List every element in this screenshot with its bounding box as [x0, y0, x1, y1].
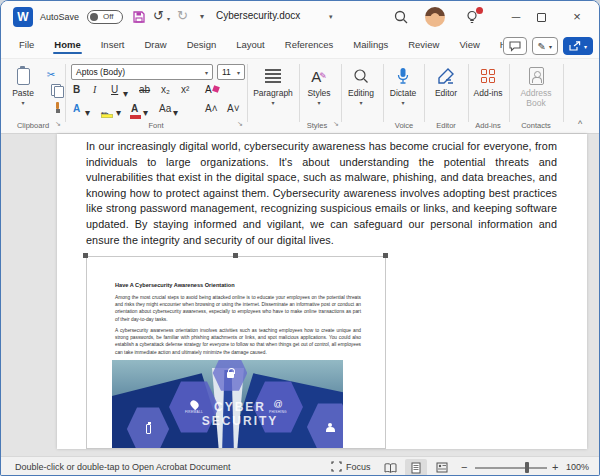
styles-dialog-launcher[interactable]: ↘	[333, 120, 339, 128]
paragraph-dropdown-icon[interactable]: ▾	[271, 99, 274, 106]
print-layout-icon	[411, 462, 421, 474]
selection-handle-top-left[interactable]	[83, 253, 88, 258]
styles-icon: A✎	[311, 64, 327, 88]
share-button[interactable]: ▾	[563, 37, 593, 55]
word-window: W AutoSave Off ↺ ▾ ↻ ▾ Cybersecurity.doc…	[0, 0, 600, 476]
selection-handle-top-right[interactable]	[383, 253, 388, 258]
undo-icon[interactable]: ↺	[153, 8, 164, 23]
dictate-button[interactable]: Dictate ▾	[382, 64, 424, 106]
minimize-button[interactable]: ─	[506, 7, 526, 27]
italic-button[interactable]: I	[93, 84, 96, 95]
close-button[interactable]: ×	[567, 7, 587, 27]
font-dialog-launcher[interactable]: ↘	[237, 120, 243, 128]
zoom-slider-track[interactable]	[475, 467, 547, 469]
font-size-dropdown-icon[interactable]: ▾	[237, 69, 240, 76]
tab-references[interactable]: References	[275, 35, 344, 56]
editor-pen-icon	[437, 64, 455, 88]
zoom-slider-thumb[interactable]	[525, 462, 529, 473]
styles-group-button[interactable]: A✎ Styles ▾	[298, 64, 340, 106]
embedded-acrobat-object[interactable]: Have A Cybersecurity Awareness Orientati…	[86, 256, 386, 449]
styles-dropdown-icon[interactable]: ▾	[317, 99, 320, 106]
pen-dropdown-icon[interactable]: ▾	[549, 43, 552, 50]
undo-dropdown-icon[interactable]: ▾	[167, 15, 170, 22]
print-layout-button[interactable]	[405, 459, 427, 476]
document-title[interactable]: Cybersecurity.docx	[216, 10, 300, 21]
document-page[interactable]: In our increasingly digital world, cyber…	[57, 134, 587, 449]
font-name-select[interactable]: Aptos (Body) ▾	[71, 64, 213, 80]
font-name-dropdown-icon[interactable]: ▾	[205, 69, 208, 76]
search-icon[interactable]	[393, 9, 411, 27]
dictate-dropdown-icon[interactable]: ▾	[401, 99, 404, 106]
bold-button[interactable]: B	[73, 84, 80, 95]
drawing-pen-button[interactable]: ✎▾	[532, 37, 558, 55]
copy-icon[interactable]	[43, 84, 59, 99]
read-mode-button[interactable]	[379, 459, 401, 476]
cut-icon[interactable]: ✂	[43, 67, 59, 82]
editing-dropdown-icon[interactable]: ▾	[359, 99, 362, 106]
share-dropdown-icon[interactable]: ▾	[584, 43, 587, 50]
subscript-button[interactable]: x₂	[161, 84, 170, 95]
tab-design[interactable]: Design	[177, 35, 227, 56]
address-book-button: Address Book	[513, 64, 559, 108]
text-effects-dropdown-icon[interactable]: ▾	[85, 107, 90, 118]
paragraph-group-button[interactable]: Paragraph ▾	[250, 64, 296, 106]
underline-dropdown-icon[interactable]: ▾	[123, 88, 128, 99]
tab-file[interactable]: File	[9, 35, 44, 56]
paste-button[interactable]: Paste ▾	[5, 64, 41, 106]
tab-home[interactable]: Home	[44, 35, 90, 56]
autosave-state: Off	[103, 12, 114, 21]
selection-handle-top-center[interactable]	[233, 253, 238, 258]
addins-label: Add-ins	[474, 88, 503, 98]
zoom-in-button[interactable]: +	[552, 461, 558, 473]
autosave-toggle[interactable]: Off	[87, 10, 123, 24]
title-chevron-icon[interactable]: ▾	[329, 13, 333, 21]
highlight-button[interactable]: ✏	[101, 103, 109, 121]
superscript-button[interactable]: x²	[181, 84, 189, 95]
focus-button[interactable]: Focus	[331, 461, 371, 472]
editing-label: Editing	[348, 88, 374, 98]
collapse-ribbon-icon[interactable]: ^	[578, 119, 582, 129]
save-icon[interactable]	[132, 10, 146, 24]
font-color-button[interactable]: A	[131, 103, 138, 114]
text-effects-button[interactable]: A	[73, 103, 80, 114]
maximize-button[interactable]	[537, 13, 546, 22]
addins-button[interactable]: Add-ins	[467, 64, 509, 98]
account-avatar[interactable]	[425, 7, 445, 27]
tab-view[interactable]: View	[449, 35, 489, 56]
tab-row-buttons: ✎▾ ▾	[503, 37, 593, 55]
address-book-icon	[529, 67, 544, 85]
clear-formatting-button[interactable]: A	[205, 84, 212, 95]
cybersecurity-photo: FIREWALL @ PHISHING CYBER SECURITY	[112, 360, 343, 449]
embedded-paragraph-2: A cybersecurity awareness orientation in…	[115, 327, 361, 356]
tab-draw[interactable]: Draw	[134, 35, 176, 56]
toggle-knob-icon	[90, 13, 98, 21]
paste-dropdown-icon[interactable]: ▾	[21, 99, 24, 106]
font-color-dropdown-icon[interactable]: ▾	[143, 107, 148, 118]
strikethrough-button[interactable]: ab	[139, 84, 150, 95]
paste-icon	[17, 68, 30, 85]
tab-mailings[interactable]: Mailings	[343, 35, 398, 56]
tab-layout[interactable]: Layout	[226, 35, 275, 56]
tab-insert[interactable]: Insert	[91, 35, 135, 56]
comments-button[interactable]	[503, 37, 527, 55]
tab-review[interactable]: Review	[398, 35, 449, 56]
change-case-dropdown-icon[interactable]: ▾	[173, 107, 178, 118]
font-size-select[interactable]: 11 ▾	[217, 64, 245, 80]
highlight-dropdown-icon[interactable]: ▾	[116, 107, 121, 118]
document-paragraph[interactable]: In our increasingly digital world, cyber…	[86, 139, 557, 248]
styles-group-label: Styles	[307, 121, 327, 130]
format-painter-icon[interactable]	[43, 102, 59, 117]
zoom-out-button[interactable]: −	[461, 461, 467, 473]
web-layout-button[interactable]	[431, 459, 453, 476]
grow-font-button[interactable]: A˄	[205, 103, 218, 114]
clipboard-dialog-launcher[interactable]: ↘	[55, 120, 61, 128]
change-case-button[interactable]: Aa	[159, 103, 171, 114]
qat-overflow-icon[interactable]: ▾	[200, 12, 204, 21]
addins-grid-icon	[481, 69, 495, 83]
editor-label: Editor	[435, 88, 457, 98]
underline-button[interactable]: U	[111, 84, 118, 95]
editor-button[interactable]: Editor	[424, 64, 468, 98]
shrink-font-button[interactable]: A˅	[227, 103, 240, 114]
zoom-level[interactable]: 100%	[566, 462, 589, 472]
editing-group-button[interactable]: Editing ▾	[340, 64, 382, 106]
